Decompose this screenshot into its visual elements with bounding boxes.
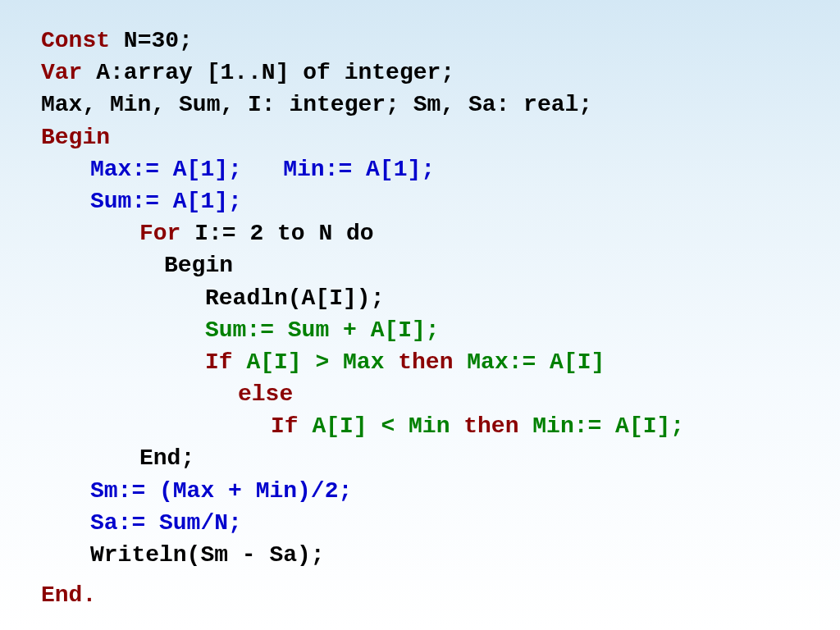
code-line-17: Writeln(Sm - Sa);	[41, 539, 799, 571]
text: A:array [1..N] of integer;	[96, 60, 454, 85]
text-min: Min:= A[1];	[283, 157, 435, 182]
text-assign: Max:= A[I]	[467, 349, 605, 375]
code-line-18: End.	[41, 579, 799, 611]
keyword-var: Var	[41, 60, 96, 85]
code-line-7: For I:= 2 to N do	[41, 217, 799, 249]
code-line-9: Readln(A[I]);	[41, 282, 799, 314]
keyword-if: If	[205, 349, 246, 375]
code-line-8: Begin	[41, 249, 799, 281]
text: I:= 2 to N do	[194, 221, 373, 246]
code-line-14: End;	[41, 442, 799, 474]
code-line-3: Max, Min, Sum, I: integer; Sm, Sa: real;	[41, 89, 799, 121]
code-line-1: Const N=30;	[41, 25, 799, 57]
keyword-for: For	[139, 221, 194, 246]
code-line-12: else	[41, 378, 799, 410]
text-max: Max:= A[1];	[90, 157, 283, 182]
code-line-13: If A[I] < Min then Min:= A[I];	[41, 410, 799, 442]
code-line-16: Sa:= Sum/N;	[41, 507, 799, 539]
code-line-15: Sm:= (Max + Min)/2;	[41, 475, 799, 507]
code-line-5: Max:= A[1]; Min:= A[1];	[41, 153, 799, 185]
code-line-4: Begin	[41, 121, 799, 153]
code-line-2: Var A:array [1..N] of integer;	[41, 57, 799, 89]
keyword-const: Const	[41, 28, 124, 53]
keyword-then: then	[463, 413, 532, 439]
text-cond: A[I] > Max	[246, 349, 398, 375]
text-assign: Min:= A[I];	[532, 413, 684, 439]
code-line-10: Sum:= Sum + A[I];	[41, 314, 799, 346]
keyword-if: If	[271, 413, 312, 439]
code-line-6: Sum:= A[1];	[41, 185, 799, 217]
text-cond: A[I] < Min	[312, 413, 463, 439]
code-line-11: If A[I] > Max then Max:= A[I]	[41, 346, 799, 378]
text: N=30;	[124, 28, 193, 53]
keyword-then: then	[398, 349, 467, 375]
